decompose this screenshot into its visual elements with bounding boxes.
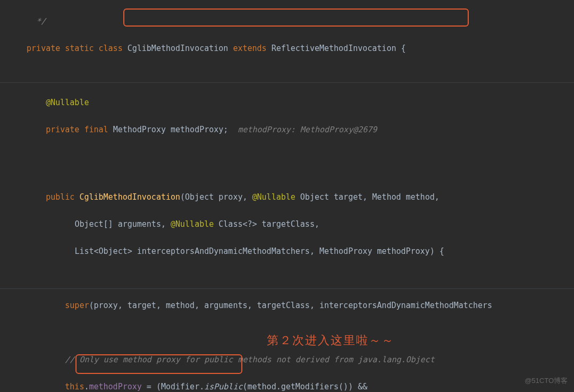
class-decl: private static class CglibMethodInvocati… — [0, 42, 574, 56]
ctor-args: Object[] arguments, @Nullable Class<?> t… — [0, 218, 574, 232]
blank — [0, 272, 574, 286]
code-line: */ — [0, 15, 574, 29]
blank — [0, 164, 574, 177]
annotation-text: 第２次进入这里啦～～ — [267, 330, 394, 350]
blank — [0, 69, 574, 83]
assign: this.methodProxy = (Modifier.isPublic(me… — [0, 380, 574, 392]
super-call: super(proxy, target, method, arguments, … — [0, 299, 574, 313]
code-editor[interactable]: */ private static class CglibMethodInvoc… — [0, 0, 574, 392]
annotation-line: @Nullable — [0, 96, 574, 110]
ctor-args: List<Object> interceptorsAndDynamicMetho… — [0, 245, 574, 259]
watermark: @51CTO博客 — [525, 375, 568, 387]
comment: // Only use method proxy for public meth… — [0, 353, 574, 367]
field-decl: private final MethodProxy methodProxy; m… — [0, 123, 574, 137]
ctor-decl: public CglibMethodInvocation(Object prox… — [0, 191, 574, 204]
